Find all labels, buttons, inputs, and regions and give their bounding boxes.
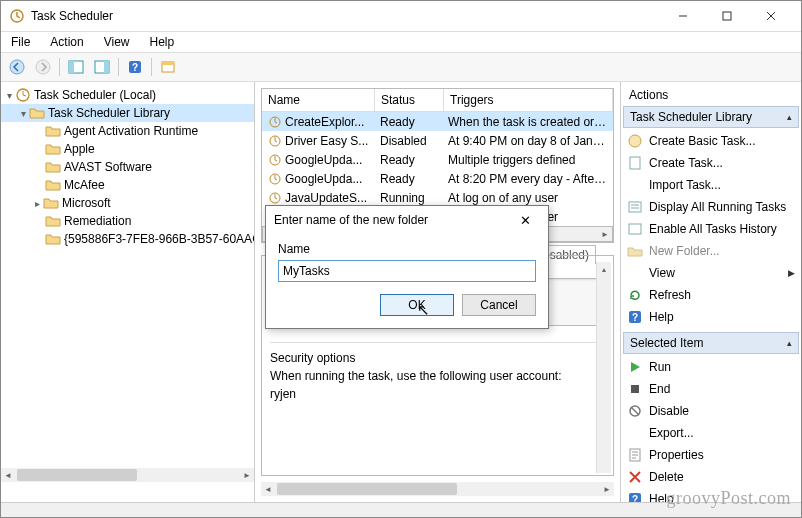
details-vscroll[interactable]: ▴	[596, 262, 611, 473]
tree-label: McAfee	[64, 178, 105, 192]
properties-icon	[627, 447, 643, 463]
action-display-running[interactable]: Display All Running Tasks	[623, 196, 799, 218]
show-hide-tree-button[interactable]	[64, 56, 88, 78]
task-row[interactable]: GoogleUpda...ReadyMultiple triggers defi…	[262, 150, 613, 169]
task-trigger: When the task is created or modified	[442, 115, 613, 129]
action-create-basic-task[interactable]: Create Basic Task...	[623, 130, 799, 152]
back-button[interactable]	[5, 56, 29, 78]
show-hide-actions-button[interactable]	[90, 56, 114, 78]
menu-help[interactable]: Help	[146, 33, 179, 51]
task-row[interactable]: GoogleUpda...ReadyAt 8:20 PM every day -…	[262, 169, 613, 188]
action-export[interactable]: Export...	[623, 422, 799, 444]
maximize-button[interactable]	[705, 2, 749, 30]
collapse-icon[interactable]: ▴	[787, 338, 792, 348]
action-create-task[interactable]: Create Task...	[623, 152, 799, 174]
folder-icon	[45, 159, 61, 175]
export-icon	[627, 425, 643, 441]
svg-rect-22	[629, 224, 641, 234]
action-properties[interactable]: Properties	[623, 444, 799, 466]
center-hscroll[interactable]: ◄ ►	[261, 482, 614, 496]
close-button[interactable]	[749, 2, 793, 30]
scroll-right-icon[interactable]: ►	[240, 469, 254, 481]
submenu-arrow-icon: ▶	[788, 268, 795, 278]
view-icon	[627, 265, 643, 281]
task-row[interactable]: Driver Easy S...DisabledAt 9:40 PM on da…	[262, 131, 613, 150]
menu-action[interactable]: Action	[46, 33, 87, 51]
action-run[interactable]: Run	[623, 356, 799, 378]
task-icon	[268, 115, 282, 129]
action-end[interactable]: End	[623, 378, 799, 400]
scroll-right-icon[interactable]: ►	[598, 228, 612, 240]
expand-toggle[interactable]: ▾	[17, 108, 29, 119]
actions-section-selected[interactable]: Selected Item ▴	[623, 332, 799, 354]
history-icon	[627, 221, 643, 237]
task-status: Disabled	[374, 134, 442, 148]
action-delete[interactable]: Delete	[623, 466, 799, 488]
security-user: ryjen	[270, 387, 605, 401]
scroll-left-icon[interactable]: ◄	[261, 483, 275, 495]
play-icon	[627, 359, 643, 375]
menu-view[interactable]: View	[100, 33, 134, 51]
task-scheduler-window: Task Scheduler File Action View Help ?	[0, 0, 802, 518]
tree-library[interactable]: ▾ Task Scheduler Library	[1, 104, 254, 122]
column-triggers[interactable]: Triggers	[444, 89, 613, 111]
svg-rect-25	[631, 385, 639, 393]
actions-title: Actions	[623, 84, 799, 106]
folder-icon	[45, 213, 61, 229]
forward-button[interactable]	[31, 56, 55, 78]
task-row[interactable]: CreateExplor...ReadyWhen the task is cre…	[262, 112, 613, 131]
action-help[interactable]: ?Help	[623, 306, 799, 328]
folder-icon	[43, 195, 59, 211]
task-trigger: Multiple triggers defined	[442, 153, 613, 167]
tree-item[interactable]: Remediation	[1, 212, 254, 230]
tree-root[interactable]: ▾ Task Scheduler (Local)	[1, 86, 254, 104]
tree-item[interactable]: AVAST Software	[1, 158, 254, 176]
folder-icon	[29, 105, 45, 121]
tree-item[interactable]: McAfee	[1, 176, 254, 194]
help-button[interactable]: ?	[123, 56, 147, 78]
collapse-icon[interactable]: ▴	[787, 112, 792, 122]
tree-item[interactable]: Agent Activation Runtime	[1, 122, 254, 140]
action-view[interactable]: View▶	[623, 262, 799, 284]
scroll-up-icon[interactable]: ▴	[597, 262, 611, 276]
expand-toggle[interactable]: ▸	[31, 198, 43, 209]
action-refresh[interactable]: Refresh	[623, 284, 799, 306]
minimize-button[interactable]	[661, 2, 705, 30]
security-options-text: When running the task, use the following…	[270, 369, 605, 383]
tree-pane[interactable]: ▾ Task Scheduler (Local) ▾ Task Schedule…	[1, 82, 255, 502]
scroll-left-icon[interactable]: ◄	[1, 469, 15, 481]
tree-item[interactable]: {595886F3-7FE8-966B-3B57-60AACF398	[1, 230, 254, 248]
tree-hscroll[interactable]: ◄ ►	[1, 468, 254, 482]
svg-rect-5	[69, 61, 74, 73]
action-disable[interactable]: Disable	[623, 400, 799, 422]
column-name[interactable]: Name	[262, 89, 375, 111]
window-title: Task Scheduler	[31, 9, 661, 23]
task-name: CreateExplor...	[285, 115, 364, 129]
scroll-thumb[interactable]	[17, 469, 137, 481]
menu-file[interactable]: File	[7, 33, 34, 51]
wizard-icon	[627, 133, 643, 149]
svg-text:?: ?	[632, 312, 638, 323]
refresh-icon	[627, 287, 643, 303]
app-icon	[9, 8, 25, 24]
action-import-task[interactable]: Import Task...	[623, 174, 799, 196]
cancel-button[interactable]: Cancel	[462, 294, 536, 316]
column-status[interactable]: Status	[375, 89, 444, 111]
toolbar-separator	[118, 58, 119, 76]
tree-item[interactable]: Apple	[1, 140, 254, 158]
tree-label: AVAST Software	[64, 160, 152, 174]
scroll-right-icon[interactable]: ►	[600, 483, 614, 495]
action-enable-history[interactable]: Enable All Tasks History	[623, 218, 799, 240]
view-button[interactable]	[156, 56, 180, 78]
actions-section-library[interactable]: Task Scheduler Library ▴	[623, 106, 799, 128]
ok-button[interactable]: OK	[380, 294, 454, 316]
expand-toggle[interactable]: ▾	[3, 90, 15, 101]
tree-item[interactable]: ▸Microsoft	[1, 194, 254, 212]
dialog-close-button[interactable]: ✕	[510, 209, 540, 231]
folder-name-input[interactable]	[278, 260, 536, 282]
task-name: JavaUpdateS...	[285, 191, 367, 205]
scroll-thumb[interactable]	[277, 483, 457, 495]
toolbar: ?	[1, 52, 801, 82]
import-icon	[627, 177, 643, 193]
dialog-titlebar[interactable]: Enter name of the new folder ✕	[266, 206, 548, 234]
